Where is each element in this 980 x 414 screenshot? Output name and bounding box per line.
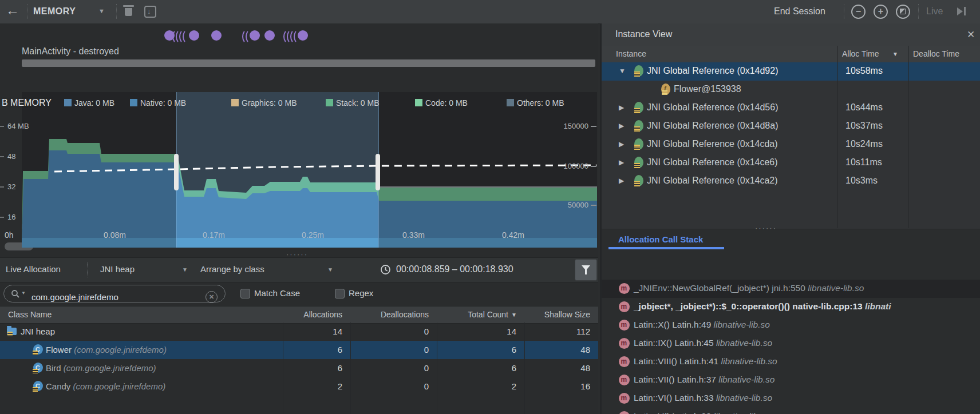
live-button[interactable]: Live — [926, 6, 943, 17]
user-touch-event-icon — [298, 30, 308, 41]
method-icon — [619, 301, 630, 312]
y-axis-tick-label: 16 — [7, 213, 15, 221]
legend-label: Native: 0 MB — [140, 98, 186, 108]
chevron-down-icon[interactable]: ▼ — [327, 266, 333, 273]
frame-function: Latin::VII() Latin.h:37 — [634, 375, 718, 384]
instance-label: JNI Global Reference (0x14ca2) — [647, 176, 778, 186]
col-allocations[interactable]: Allocations — [283, 310, 342, 319]
instance-row[interactable]: ▼JNI Global Reference (0x14d92)10s58ms — [602, 62, 980, 81]
method-icon — [619, 283, 630, 294]
instance-table-header[interactable]: Instance Alloc Time ▼ Dealloc Time — [602, 46, 980, 63]
alloc-time-cell: 10s58ms — [845, 66, 883, 76]
numeric-cell: 6 — [437, 363, 516, 373]
chevron-down-icon[interactable]: ▼ — [98, 7, 105, 14]
collapse-icon[interactable]: ▶ — [619, 140, 624, 148]
match-case-checkbox[interactable] — [240, 289, 250, 298]
export-icon[interactable] — [144, 6, 156, 18]
col-total-count[interactable]: Total Count — [437, 310, 508, 319]
call-stack-frame[interactable]: Latin::IX() Latin.h:45 libnative-lib.so — [602, 335, 980, 353]
call-stack-frame[interactable]: Latin::V() Latin.h:29 libnative-lib.so — [602, 408, 980, 414]
class-table-header[interactable]: Class Name Allocations Deallocations Tot… — [0, 306, 598, 324]
numeric-cell: 6 — [283, 363, 342, 373]
numeric-cell: 0 — [350, 363, 429, 373]
heap-select[interactable]: JNI heap — [100, 264, 135, 274]
search-options-caret[interactable]: ▼ — [21, 290, 26, 296]
col-class-name[interactable]: Class Name — [8, 310, 52, 319]
zoom-to-fit-icon[interactable] — [896, 5, 910, 19]
chart-axis-title: B MEMORY — [2, 98, 52, 108]
legend-label: Graphics: 0 MB — [242, 98, 297, 108]
tab-allocation-call-stack[interactable]: Allocation Call Stack — [618, 234, 703, 244]
numeric-cell: 0 — [350, 345, 429, 355]
call-stack-frame[interactable]: Latin::VIII() Latin.h:41 libnative-lib.s… — [602, 353, 980, 371]
col-alloc-time[interactable]: Alloc Time — [842, 49, 879, 58]
close-icon[interactable]: ✕ — [967, 29, 975, 41]
table-row[interactable]: Bird (com.google.jnirefdemo)60648 — [0, 359, 598, 377]
col-deallocations[interactable]: Deallocations — [350, 310, 429, 319]
expand-icon[interactable]: ▼ — [619, 67, 626, 75]
frame-text: Latin::V() Latin.h:29 libnative-lib.so — [634, 411, 770, 414]
instance-row[interactable]: ▶JNI Global Reference (0x14d8a)10s37ms — [602, 117, 980, 136]
instance-row[interactable]: ▶JNI Global Reference (0x14ca2)10s3ms — [602, 172, 980, 190]
collapse-icon[interactable]: ▶ — [619, 158, 624, 166]
allocation-controls-row: Live Allocation JNI heap ▼ Arrange by cl… — [0, 257, 598, 282]
regex-checkbox[interactable] — [335, 289, 345, 298]
zoom-out-icon[interactable]: − — [851, 5, 866, 19]
col-instance[interactable]: Instance — [616, 49, 646, 58]
user-touch-event-icon — [211, 30, 222, 41]
numeric-cell: 48 — [524, 363, 590, 373]
back-icon[interactable]: ← — [6, 2, 19, 18]
memory-timeline-chart[interactable]: B MEMORY Java: 0 MBNative: 0 MBGraphics:… — [0, 69, 598, 253]
call-stack-frame[interactable]: Latin::X() Latin.h:49 libnative-lib.so — [602, 316, 980, 335]
table-row[interactable]: Flower (com.google.jnirefdemo)60648 — [0, 341, 598, 359]
selection-handle-right[interactable] — [376, 154, 380, 190]
numeric-cell: 16 — [524, 381, 590, 391]
table-row[interactable]: Candy (com.google.jnirefdemo)20216 — [0, 377, 598, 396]
alloc-time-cell: 10s3ms — [845, 176, 878, 186]
table-row[interactable]: JNI heap14014112 — [0, 323, 598, 341]
col-dealloc-time[interactable]: Dealloc Time — [913, 49, 959, 58]
instance-column-separator — [837, 46, 838, 228]
frame-text: _jobject*, _jobject*)::$_0::operator()()… — [634, 301, 891, 312]
collapse-icon[interactable]: ▶ — [619, 177, 624, 185]
alloc-time-cell: 10s24ms — [845, 139, 883, 149]
arrange-by-select[interactable]: Arrange by class — [200, 264, 264, 274]
timeline-and-allocation-pane: MainActivity - destroyed B MEMORY Java: … — [0, 23, 598, 414]
frame-library: libnative-lib.so — [718, 375, 774, 384]
end-session-button[interactable]: End Session — [774, 6, 825, 17]
controls-separator — [87, 262, 88, 277]
collapse-icon[interactable]: ▶ — [619, 104, 624, 112]
method-icon — [619, 411, 630, 414]
chevron-down-icon[interactable]: ▼ — [182, 266, 188, 273]
frame-function: Latin::IX() Latin.h:45 — [634, 338, 716, 348]
instance-row[interactable]: ▶JNI Global Reference (0x14cda)10s24ms — [602, 136, 980, 154]
zoom-in-icon[interactable]: + — [874, 5, 888, 19]
filter-button[interactable] — [575, 259, 597, 281]
numeric-cell: 14 — [283, 327, 342, 336]
package-name: (com.google.jnirefdemo) — [70, 381, 165, 391]
call-stack-frame[interactable]: _JNIEnv::NewGlobalRef(_jobject*) jni.h:5… — [602, 280, 980, 298]
selection-handle-left[interactable] — [174, 154, 179, 190]
search-input[interactable]: ▼ com.google.jnirefdemo ✕ — [3, 285, 226, 302]
call-stack-frame[interactable]: Latin::VI() Latin.h:33 libnative-lib.so — [602, 389, 980, 408]
y-axis-tick-label: 64 MB — [7, 122, 29, 130]
instance-row[interactable]: Flower@153938 — [602, 81, 980, 99]
table-column-separator — [350, 323, 351, 414]
call-stack-frame[interactable]: _jobject*, _jobject*)::$_0::operator()()… — [602, 298, 980, 316]
trash-icon[interactable] — [125, 8, 132, 16]
collapse-icon[interactable]: ▶ — [619, 122, 624, 130]
numeric-cell: 2 — [437, 381, 516, 391]
jni-reference-icon — [634, 157, 643, 168]
instance-row[interactable]: ▶JNI Global Reference (0x14ce6)10s11ms — [602, 154, 980, 172]
legend-chip-native — [130, 99, 137, 106]
go-live-icon[interactable] — [957, 7, 966, 15]
class-icon — [33, 381, 43, 391]
frame-function: Latin::X() Latin.h:49 — [634, 320, 714, 329]
instance-row[interactable]: ▶JNI Global Reference (0x14d56)10s44ms — [602, 99, 980, 117]
session-title[interactable]: MEMORY — [33, 6, 76, 17]
col-shallow-size[interactable]: Shallow Size — [524, 310, 590, 319]
frame-text: Latin::VIII() Latin.h:41 libnative-lib.s… — [634, 356, 777, 367]
clear-search-icon[interactable]: ✕ — [206, 291, 218, 303]
horizontal-splitter-handle[interactable]: ······ — [755, 224, 777, 232]
call-stack-frame[interactable]: Latin::VII() Latin.h:37 libnative-lib.so — [602, 371, 980, 389]
